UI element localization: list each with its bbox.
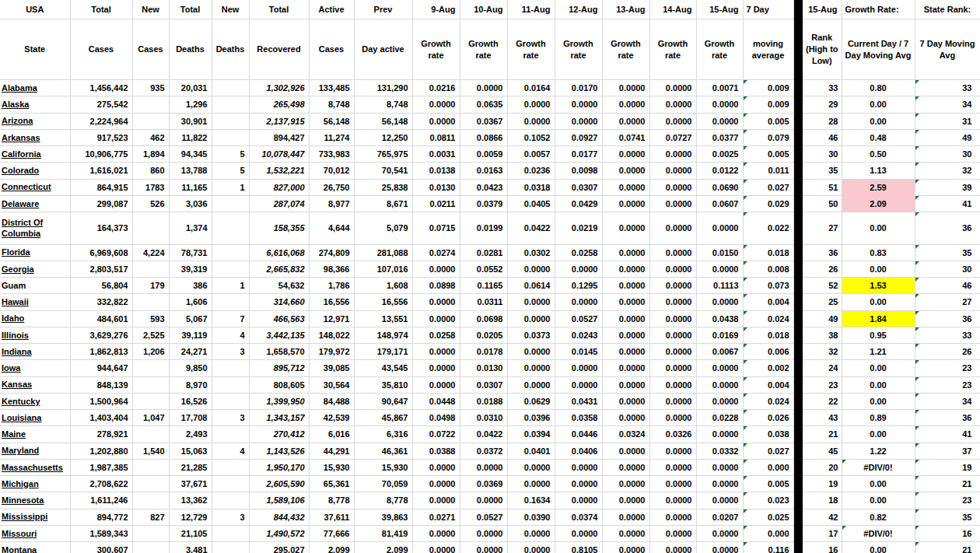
cell-state-name[interactable]: District Of Columbia [0,212,70,245]
cell-new-deaths[interactable] [212,360,249,376]
cell-state-name[interactable]: Illinois [0,327,70,343]
cell-total-cases[interactable]: 56,804 [70,278,132,294]
cell-7day-moving-average[interactable]: 0.018 [743,244,793,261]
cell-growth-rate-7[interactable]: 0.0000 [696,360,743,376]
cell-growth-rate-5[interactable]: 0.0000 [602,393,649,409]
cell-growth-rate-4[interactable]: 0.8105 [555,542,602,553]
cell-prev-day-active[interactable]: 765,975 [354,146,412,163]
cell-new-deaths[interactable] [212,492,249,509]
cell-total-deaths[interactable]: 11,822 [169,129,212,145]
cell-growth-rate-1[interactable]: 0.0271 [412,509,460,525]
cell-rank[interactable]: 52 [803,278,842,294]
cell-prev-day-active[interactable]: 8,748 [354,96,412,113]
cell-recovered[interactable]: 287,074 [249,195,309,212]
cell-growth-rate-2[interactable]: 0.0199 [460,212,507,245]
cell-active-cases[interactable]: 274,809 [309,244,354,261]
cell-growth-rate-7[interactable]: 0.0000 [696,376,743,393]
cell-current-day-over-moving-avg[interactable]: 0.48 [842,129,915,145]
cell-growth-rate-5[interactable]: 0.0000 [602,294,649,310]
cell-active-cases[interactable]: 2,099 [309,542,354,553]
cell-total-deaths[interactable]: 13,362 [169,492,212,509]
state-link[interactable]: Montana [2,545,37,553]
cell-active-cases[interactable]: 133,485 [309,80,354,96]
cell-new-deaths[interactable]: 7 [212,310,249,327]
cell-7day-moving-average[interactable]: 0.005 [743,113,793,129]
cell-growth-rate-3[interactable]: 0.0629 [507,393,555,409]
cell-recovered[interactable]: 2,137,915 [249,113,309,129]
cell-recovered[interactable]: 1,490,572 [249,525,309,541]
cell-total-deaths[interactable]: 12,729 [169,509,212,525]
cell-current-day-over-moving-avg[interactable]: 0.00 [842,212,915,245]
state-link[interactable]: Alabama [2,83,37,93]
header-growth-rate-2[interactable]: Growth rate [460,19,507,80]
cell-rank[interactable]: 23 [803,376,842,393]
state-link[interactable]: Idaho [2,313,24,323]
state-link[interactable]: Louisiana [2,413,41,422]
cell-growth-rate-1[interactable]: 0.0722 [412,426,460,443]
cell-recovered[interactable]: 466,563 [249,310,309,327]
cell-growth-rate-5[interactable]: 0.0000 [602,542,649,553]
cell-state-name[interactable]: Minnesota [0,492,70,509]
cell-growth-rate-1[interactable]: 0.0000 [412,310,460,327]
cell-prev-day-active[interactable]: 70,059 [354,476,412,492]
header-deaths2[interactable]: Deaths [212,19,249,80]
state-link[interactable]: Minnesota [2,495,44,505]
cell-7day-moving-average[interactable]: 0.008 [743,261,793,277]
separator-column[interactable] [793,509,803,525]
cell-total-deaths[interactable]: 16,526 [169,393,212,409]
cell-prev-day-active[interactable]: 131,290 [354,80,412,96]
header-date-12aug[interactable]: 12-Aug [555,0,602,19]
cell-growth-rate-7[interactable]: 0.0025 [696,146,743,163]
header-growth-rate-title[interactable]: Growth Rate: [842,0,915,19]
cell-total-cases[interactable]: 1,456,442 [70,80,132,96]
cell-growth-rate-6[interactable]: 0.0000 [649,96,696,113]
state-link[interactable]: Mississippi [2,512,47,521]
cell-new-deaths[interactable] [212,113,249,129]
cell-growth-rate-6[interactable]: 0.0000 [649,410,696,426]
cell-state-name[interactable]: Arizona [0,113,70,129]
cell-7day-moving-average[interactable]: 0.027 [743,443,793,459]
separator-column[interactable] [793,393,803,409]
cell-prev-day-active[interactable]: 5,079 [354,212,412,245]
cell-total-deaths[interactable]: 3,481 [169,542,212,553]
cell-growth-rate-2[interactable]: 0.0635 [460,96,507,113]
cell-growth-rate-2[interactable]: 0.0000 [460,492,507,509]
header-date-9aug[interactable]: 9-Aug [412,0,460,19]
cell-rank[interactable]: 32 [803,344,842,360]
cell-growth-rate-3[interactable]: 0.0000 [507,360,555,376]
cell-rank[interactable]: 50 [803,195,842,212]
cell-recovered[interactable]: 808,605 [249,376,309,393]
cell-growth-rate-5[interactable]: 0.0000 [602,492,649,509]
cell-growth-rate-6[interactable]: 0.0000 [649,113,696,129]
cell-growth-rate-4[interactable]: 0.0000 [555,376,602,393]
cell-total-cases[interactable]: 10,906,775 [70,146,132,163]
cell-growth-rate-3[interactable]: 0.0302 [507,244,555,261]
cell-7day-moving-average[interactable]: 0.027 [743,179,793,195]
cell-prev-day-active[interactable]: 39,863 [354,509,412,525]
header-new-cases[interactable]: New [132,0,169,19]
cell-state-rank[interactable]: 31 [915,113,980,129]
cell-state-rank[interactable]: 16 [915,525,980,541]
state-link[interactable]: Illinois [2,331,29,340]
cell-active-cases[interactable]: 179,972 [309,344,354,360]
cell-growth-rate-2[interactable]: 0.0367 [460,113,507,129]
cell-7day-moving-average[interactable]: 0.005 [743,476,793,492]
cell-growth-rate-1[interactable]: 0.0448 [412,393,460,409]
cell-growth-rate-1[interactable]: 0.0000 [412,525,460,541]
cell-recovered[interactable]: 314,660 [249,294,309,310]
cell-growth-rate-2[interactable]: 0.0423 [460,179,507,195]
cell-growth-rate-1[interactable]: 0.0715 [412,212,460,245]
cell-growth-rate-3[interactable]: 0.0000 [507,542,555,553]
state-link[interactable]: Arkansas [2,133,40,142]
cell-growth-rate-4[interactable]: 0.0243 [555,327,602,343]
cell-new-deaths[interactable] [212,426,249,443]
cell-new-cases[interactable] [132,96,169,113]
cell-new-deaths[interactable] [212,542,249,553]
cell-active-cases[interactable]: 56,148 [309,113,354,129]
header-7day[interactable]: 7 Day [743,0,793,19]
state-link[interactable]: Colorado [2,166,39,175]
cell-growth-rate-5[interactable]: 0.0000 [602,80,649,96]
cell-state-name[interactable]: Maine [0,426,70,443]
cell-growth-rate-1[interactable]: 0.0000 [412,344,460,360]
cell-growth-rate-5[interactable]: 0.0000 [602,509,649,525]
